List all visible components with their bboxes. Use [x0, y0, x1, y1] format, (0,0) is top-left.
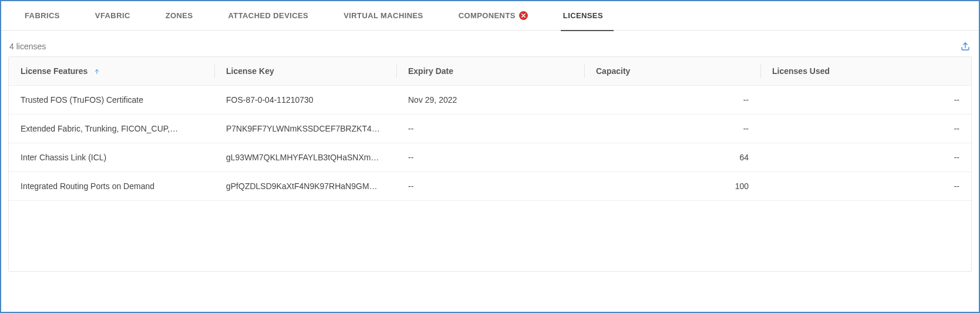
tab-label: ATTACHED DEVICES	[228, 11, 309, 20]
cell-features: Extended Fabric, Trunking, FICON_CUP,…	[9, 116, 214, 142]
tab-label: FABRICS	[25, 11, 60, 20]
export-button[interactable]	[960, 41, 971, 52]
col-label: License Features	[21, 66, 87, 76]
tab-zones[interactable]: ZONES	[148, 1, 211, 31]
tab-label: ZONES	[166, 11, 193, 20]
cell-features: Trusted FOS (TruFOS) Certificate	[9, 87, 214, 113]
tab-components[interactable]: COMPONENTS	[441, 1, 545, 31]
col-label: Licenses Used	[772, 66, 830, 76]
cell-expiry: Nov 29, 2022	[396, 87, 584, 113]
col-header-expiry[interactable]: Expiry Date	[396, 58, 584, 84]
col-label: Capacity	[596, 66, 630, 76]
sort-asc-icon	[93, 68, 100, 75]
tab-vfabric[interactable]: VFABRIC	[78, 1, 148, 31]
cell-features: Integrated Routing Ports on Demand	[9, 173, 214, 199]
cell-key: P7NK9FF7YLWNmKSSDCEF7BRZKT4…	[214, 116, 396, 142]
tab-virtual-machines[interactable]: VIRTUAL MACHINES	[326, 1, 440, 31]
cell-key: FOS-87-0-04-11210730	[214, 87, 396, 113]
cell-capacity: --	[584, 116, 760, 142]
cell-capacity: 100	[584, 173, 760, 199]
cell-capacity: --	[584, 87, 760, 113]
tab-label: VIRTUAL MACHINES	[343, 11, 423, 20]
table-row[interactable]: Extended Fabric, Trunking, FICON_CUP,… P…	[9, 115, 971, 143]
cell-expiry: --	[396, 173, 584, 199]
export-icon	[960, 41, 971, 52]
summary-row: 4 licenses	[8, 41, 972, 56]
cell-used: --	[760, 144, 971, 170]
cell-expiry: --	[396, 116, 584, 142]
licenses-table: License Features License Key Expiry Date…	[8, 56, 972, 272]
cell-key: gPfQZDLSD9KaXtF4N9K97RHaN9GM…	[214, 173, 396, 199]
license-count-text: 4 licenses	[9, 42, 46, 51]
tab-label: LICENSES	[563, 11, 603, 20]
tab-fabrics[interactable]: FABRICS	[7, 1, 78, 31]
tab-label: VFABRIC	[95, 11, 130, 20]
tabbar: FABRICS VFABRIC ZONES ATTACHED DEVICES V…	[1, 1, 979, 31]
cell-used: --	[760, 116, 971, 142]
col-header-features[interactable]: License Features	[9, 58, 214, 84]
tab-attached-devices[interactable]: ATTACHED DEVICES	[211, 1, 326, 31]
tab-licenses[interactable]: LICENSES	[545, 1, 621, 31]
empty-space	[9, 201, 971, 271]
cell-capacity: 64	[584, 144, 760, 170]
cell-features: Inter Chassis Link (ICL)	[9, 144, 214, 170]
table-row[interactable]: Integrated Routing Ports on Demand gPfQZ…	[9, 172, 971, 201]
table-row[interactable]: Inter Chassis Link (ICL) gL93WM7QKLMHYFA…	[9, 143, 971, 172]
tab-label: COMPONENTS	[459, 11, 516, 20]
col-header-key[interactable]: License Key	[214, 58, 396, 84]
col-label: License Key	[226, 66, 274, 76]
cell-used: --	[760, 87, 971, 113]
error-icon	[519, 11, 528, 20]
col-header-capacity[interactable]: Capacity	[584, 58, 760, 84]
cell-key: gL93WM7QKLMHYFAYLB3tQHaSNXm…	[214, 144, 396, 170]
cell-used: --	[760, 173, 971, 199]
table-row[interactable]: Trusted FOS (TruFOS) Certificate FOS-87-…	[9, 86, 971, 115]
table-header-row: License Features License Key Expiry Date…	[9, 57, 971, 86]
cell-expiry: --	[396, 144, 584, 170]
col-label: Expiry Date	[408, 66, 453, 76]
col-header-used[interactable]: Licenses Used	[760, 58, 971, 84]
content-area: 4 licenses License Features License Key …	[1, 31, 979, 272]
